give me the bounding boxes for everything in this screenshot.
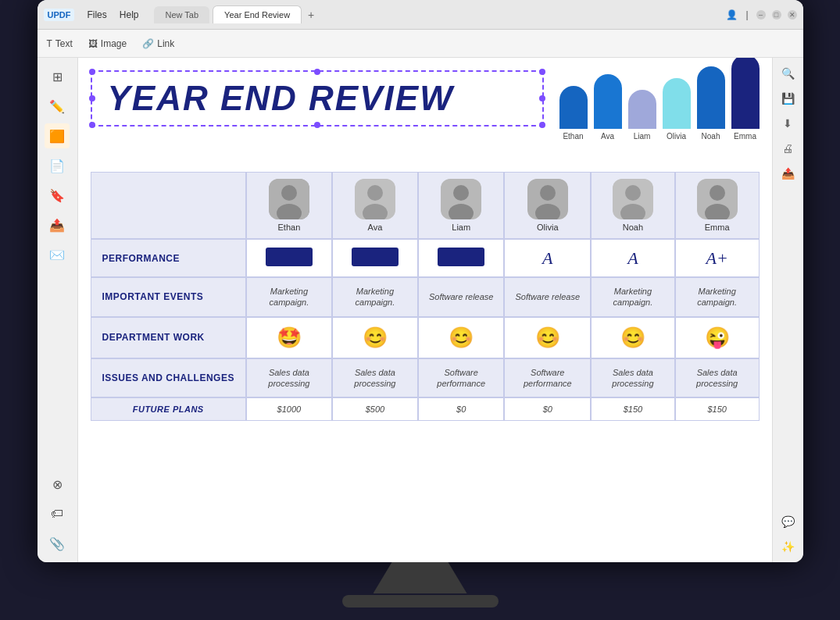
event-noah: Marketing campaign. [591,277,675,317]
dept-emma: 😜 [675,317,760,358]
text-icon: T [47,38,52,49]
monitor-screen: UPDF Files Help New Tab Year End Review … [38,0,803,562]
bar-emma: Emma [731,58,760,141]
photo-ava [355,179,395,219]
content-area[interactable]: YEAR END REVIEW Ethan Ava [78,58,772,562]
dept-noah: 😊 [591,317,675,358]
close-button[interactable]: ✕ [788,10,797,20]
print-icon[interactable]: 🖨 [778,139,797,158]
perf-bar-ava [352,248,399,266]
dept-ava: 😊 [332,317,418,358]
new-tab-button[interactable]: + [308,9,314,21]
page-title: YEAR END REVIEW [108,81,527,116]
sidebar-home-icon[interactable]: ⊞ [45,64,70,89]
window-ctrl-group: – □ ✕ [756,10,797,20]
text-label: Text [55,38,73,49]
perf-noah: A [591,239,675,277]
tab-year-end[interactable]: Year End Review [213,5,302,23]
menu-files[interactable]: Files [87,9,106,20]
tab-bar: New Tab Year End Review + [154,5,314,23]
perf-bar-liam [438,248,484,266]
issue-emma: Sales data processing [675,358,760,398]
text-tool[interactable]: T Text [47,38,73,49]
future-ava: $500 [332,397,418,421]
dept-liam: 😊 [418,317,505,358]
photo-liam [441,179,481,219]
user-icon[interactable]: 👤 [726,9,738,20]
perf-ava [332,239,418,277]
right-sidebar: 🔍 💾 ⬇ 🖨 📤 💬 ✨ [772,58,803,562]
title-box: YEAR END REVIEW [91,70,544,126]
event-emma: Marketing campaign. [675,277,760,317]
sidebar-edit-icon[interactable]: ✏️ [45,94,70,119]
events-row: IMPORTANT EVENTS Marketing campaign. Mar… [91,277,760,317]
link-icon: 🔗 [142,38,154,49]
menu-help[interactable]: Help [120,9,139,20]
divider: | [745,9,748,20]
issue-olivia: Software performance [504,358,591,398]
image-tool[interactable]: 🖼 Image [88,38,127,49]
perf-bar-ethan [266,248,313,266]
svg-point-16 [710,185,725,201]
tab-new[interactable]: New Tab [154,6,209,23]
svg-point-13 [625,185,641,201]
comment-icon[interactable]: 💬 [778,512,797,531]
photo-olivia [527,179,568,219]
download-icon[interactable]: ⬇ [778,114,797,133]
issue-ava: Sales data processing [332,358,418,398]
future-olivia: $0 [504,397,591,421]
left-sidebar: ⊞ ✏️ 🟧 📄 🔖 📤 ✉️ ⊗ 🏷 📎 [38,58,78,562]
share-icon[interactable]: 📤 [778,164,797,183]
dept-row: DEPARTMENT WORK 🤩 😊 😊 😊 😊 😜 [91,317,760,358]
monitor: UPDF Files Help New Tab Year End Review … [0,0,840,620]
future-row: FUTURE PLANS $1000 $500 $0 $0 $150 $150 [91,397,760,421]
grade-olivia: A [542,248,552,268]
event-ethan: Marketing campaign. [246,277,332,317]
main-layout: ⊞ ✏️ 🟧 📄 🔖 📤 ✉️ ⊗ 🏷 📎 [38,58,803,562]
sidebar-mail-icon[interactable]: ✉️ [45,242,70,267]
sidebar-export-icon[interactable]: 📤 [45,212,70,237]
svg-point-10 [540,185,556,201]
sidebar-active-icon[interactable]: 🟧 [45,123,70,148]
sidebar-pages-icon[interactable]: 📄 [45,153,70,178]
issue-noah: Sales data processing [591,358,675,398]
link-tool[interactable]: 🔗 Link [142,38,174,49]
header-section: YEAR END REVIEW Ethan Ava [91,70,760,156]
perf-liam [418,239,505,277]
svg-point-1 [281,185,297,201]
monitor-base [342,595,499,608]
photo-emma [697,179,738,219]
sidebar-layers-icon[interactable]: ⊗ [45,472,70,497]
sidebar-attachment-icon[interactable]: 📎 [45,531,70,556]
event-ava: Marketing campaign. [332,277,418,317]
svg-point-4 [367,185,383,201]
save-icon[interactable]: 💾 [778,89,797,108]
svg-point-7 [453,185,469,201]
sidebar-tag-icon[interactable]: 🏷 [45,501,70,526]
future-emma: $150 [675,397,760,421]
bar-noah: Noah [697,66,725,141]
issue-liam: Software performance [418,358,505,398]
performance-row: PERFORMANCE [91,239,760,277]
event-olivia: Software release [504,277,591,317]
photo-noah [613,179,653,219]
zoom-in-icon[interactable]: 🔍 [778,64,797,83]
perf-olivia: A [504,239,591,277]
issue-ethan: Sales data processing [246,358,332,398]
issues-row: ISSUES AND CHALLENGES Sales data process… [91,358,760,398]
ai-icon[interactable]: ✨ [778,537,797,556]
photo-ethan [269,179,309,219]
image-icon: 🖼 [88,38,98,49]
link-label: Link [157,38,174,49]
maximize-button[interactable]: □ [772,10,781,20]
future-ethan: $1000 [246,397,332,421]
grade-emma: A+ [706,248,727,268]
minimize-button[interactable]: – [756,10,766,20]
sidebar-bookmark-icon[interactable]: 🔖 [45,183,70,208]
title-bar: UPDF Files Help New Tab Year End Review … [38,0,803,30]
future-liam: $0 [418,397,505,421]
toolbar: T Text 🖼 Image 🔗 Link [38,30,803,58]
perf-emma: A+ [675,239,760,277]
document-content: YEAR END REVIEW Ethan Ava [91,70,760,421]
window-controls: 👤 | – □ ✕ [726,9,796,20]
